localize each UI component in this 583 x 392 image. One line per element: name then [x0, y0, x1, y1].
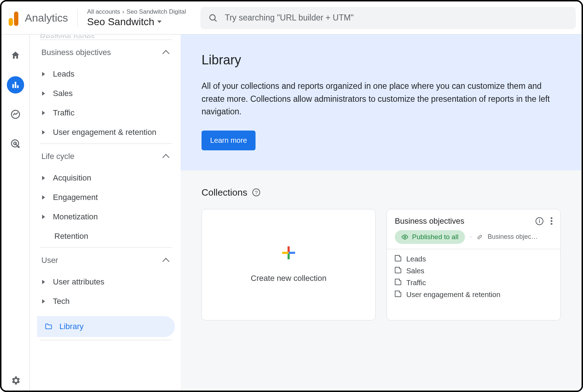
sidebar-item-label: User engagement & retention [53, 128, 156, 137]
section-title: Life cycle [41, 152, 74, 161]
collection-item[interactable]: User engagement & retention [395, 291, 552, 299]
home-icon [10, 50, 21, 60]
collection-card-business-objectives[interactable]: Business objectives i Published to all [387, 209, 561, 320]
product-name: Analytics [25, 12, 68, 24]
published-badge: Published to all [395, 230, 465, 244]
collection-item[interactable]: Leads [395, 255, 552, 263]
sidebar-item-leads[interactable]: Leads [35, 64, 177, 84]
sidebar-item-library[interactable]: Library [37, 316, 175, 337]
badge-label: Published to all [412, 233, 458, 241]
collection-item-label: Traffic [406, 279, 426, 287]
folder-outline-icon [395, 256, 401, 261]
collection-item-label: User engagement & retention [406, 291, 500, 299]
chevron-up-icon [162, 154, 170, 161]
svg-line-1 [214, 19, 216, 21]
breadcrumb-account: Seo Sandwitch Digital [126, 8, 186, 15]
sidebar-item-label: Acquisition [53, 173, 91, 183]
gear-icon [10, 375, 21, 386]
help-icon[interactable]: ? [252, 188, 260, 196]
collection-item[interactable]: Traffic [395, 279, 552, 287]
sidebar-item-monetization[interactable]: Monetization [35, 207, 177, 227]
sidebar-item-cutoff[interactable]: Realtime pages [30, 35, 177, 38]
rail-advertising[interactable] [7, 135, 24, 152]
eye-icon [401, 233, 408, 241]
sidebar-item-label: Monetization [53, 212, 98, 222]
sidebar-item-tech[interactable]: Tech [35, 292, 177, 311]
collections-heading: Collections ? [202, 187, 561, 198]
collection-item-label: Leads [406, 255, 426, 263]
library-banner: Library All of your collections and repo… [181, 35, 582, 170]
sidebar-section-life-cycle[interactable]: Life cycle [35, 144, 177, 168]
folder-icon [44, 323, 53, 331]
product-logo[interactable]: Analytics [7, 10, 68, 26]
page-title: Library [202, 53, 561, 68]
sidebar-item-user-engagement-retention[interactable]: User engagement & retention [35, 123, 177, 142]
breadcrumb: All accounts › Seo Sandwitch Digital [87, 8, 186, 15]
caret-down-icon [157, 20, 162, 23]
explore-icon [10, 109, 21, 120]
triangle-right-icon [42, 215, 45, 219]
sidebar-item-label: User attributes [53, 277, 104, 287]
collection-item[interactable]: Sales [395, 267, 552, 275]
folder-outline-icon [395, 268, 401, 273]
triangle-right-icon [42, 91, 45, 96]
triangle-right-icon [42, 195, 45, 200]
search-bar[interactable] [200, 7, 576, 29]
create-collection-card[interactable]: Create new collection [202, 209, 376, 320]
sidebar-item-acquisition[interactable]: Acquisition [35, 168, 177, 188]
triangle-right-icon [42, 280, 45, 284]
reports-sidebar: Realtime pages Business objectives Leads… [30, 35, 181, 391]
separator-dot: · [470, 233, 472, 241]
info-icon[interactable]: i [535, 217, 543, 225]
sidebar-item-user-attributes[interactable]: User attributes [35, 272, 177, 292]
account-switcher[interactable]: All accounts › Seo Sandwitch Digital Seo… [87, 8, 186, 28]
folder-outline-icon [395, 280, 401, 285]
chevron-right-icon: › [122, 8, 125, 15]
divider [40, 340, 172, 340]
sidebar-item-retention[interactable]: Retention [35, 227, 177, 246]
collection-title: Business objectives [395, 216, 464, 226]
triangle-right-icon [42, 130, 45, 135]
section-title: Collections [202, 187, 247, 198]
app-header: Analytics All accounts › Seo Sandwitch D… [1, 1, 582, 35]
target-click-icon [10, 138, 21, 149]
sidebar-item-engagement[interactable]: Engagement [35, 188, 177, 207]
sidebar-section-business-objectives[interactable]: Business objectives [35, 40, 177, 64]
search-input[interactable] [225, 13, 568, 23]
plus-multicolor-icon [282, 246, 295, 259]
breadcrumb-root: All accounts [87, 8, 120, 15]
triangle-right-icon [42, 111, 45, 115]
sidebar-item-label: Tech [53, 297, 69, 306]
collection-type: Business objectives [488, 233, 538, 241]
folder-outline-icon [395, 292, 401, 297]
sidebar-item-traffic[interactable]: Traffic [35, 103, 177, 123]
link-icon [477, 234, 483, 240]
section-title: User [41, 256, 58, 265]
collection-item-label: Sales [406, 267, 424, 275]
divider [77, 9, 78, 27]
triangle-right-icon [42, 299, 45, 304]
more-menu-icon[interactable] [551, 217, 552, 225]
rail-reports[interactable] [7, 76, 24, 94]
rail-home[interactable] [7, 47, 24, 64]
sidebar-item-label: Engagement [53, 193, 98, 202]
collections-section: Collections ? Create new collection Busi… [181, 170, 582, 337]
create-collection-label: Create new collection [251, 274, 326, 283]
analytics-logo-icon [9, 10, 18, 26]
svg-point-0 [210, 14, 215, 20]
sidebar-item-sales[interactable]: Sales [35, 84, 177, 103]
sidebar-section-user[interactable]: User [35, 248, 177, 272]
svg-rect-4 [17, 85, 18, 88]
rail-explore[interactable] [7, 106, 24, 123]
svg-rect-3 [15, 82, 16, 88]
section-title: Business objectives [41, 48, 111, 57]
chevron-up-icon [162, 50, 170, 57]
rail-admin[interactable] [7, 372, 24, 389]
sidebar-item-label: Library [59, 322, 83, 331]
sidebar-item-label: Traffic [53, 108, 74, 118]
triangle-right-icon [42, 176, 45, 180]
bar-chart-icon [11, 80, 20, 90]
learn-more-button[interactable]: Learn more [202, 131, 256, 150]
sidebar-item-label: Leads [53, 69, 74, 79]
nav-rail [1, 35, 30, 391]
